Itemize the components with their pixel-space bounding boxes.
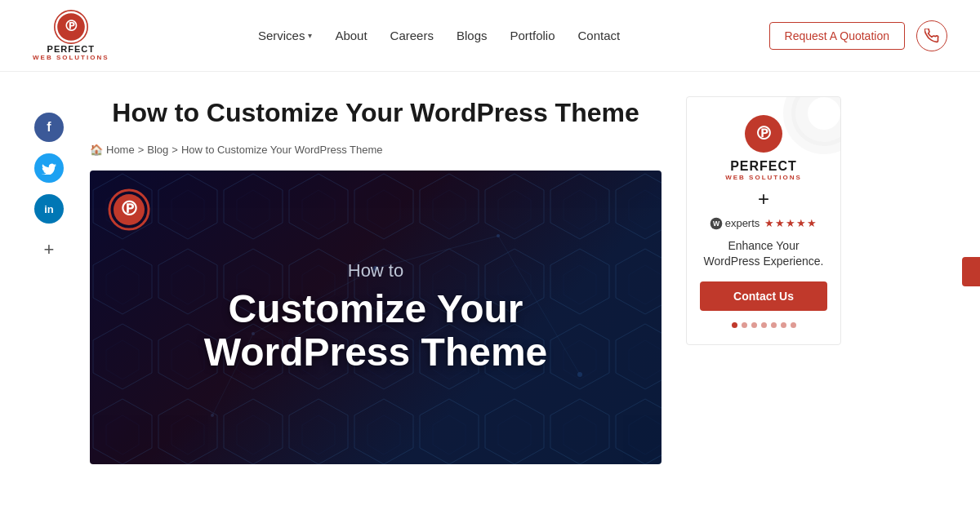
widget-brand-name: PERFECT <box>700 159 827 174</box>
experts-label: experts <box>725 217 760 229</box>
logo-sub: WEB SOLUTIONS <box>33 54 109 61</box>
rating-stars: ★★★★★ <box>764 217 817 229</box>
logo-name: PERFECT <box>47 44 95 54</box>
wp-experts-logo: W experts <box>710 217 760 230</box>
widget-plus: + <box>700 188 827 210</box>
nav-portfolio[interactable]: Portfolio <box>510 29 555 42</box>
home-icon: 🏠 <box>90 144 103 156</box>
svg-text:℗: ℗ <box>119 198 139 219</box>
hero-logo: ℗ <box>108 188 150 231</box>
linkedin-icon: in <box>44 203 54 215</box>
hero-text: How to Customize YourWordPress Theme <box>204 260 548 374</box>
nav-services[interactable]: Services ▾ <box>258 29 313 42</box>
widget-brand-sub: WEB SOLUTIONS <box>700 174 827 181</box>
sidebar-widget: ℗ PERFECT WEB SOLUTIONS + W experts ★★★★… <box>686 96 841 345</box>
twitter-share-button[interactable] <box>34 153 64 183</box>
decorative-circle-2 <box>783 96 841 154</box>
dot-1 <box>732 322 737 328</box>
dot-7 <box>791 322 796 328</box>
widget-carousel-dots <box>700 322 827 328</box>
nav-right: Request A Quotation <box>769 20 947 51</box>
contact-us-button[interactable]: Contact Us <box>700 281 827 311</box>
breadcrumb: 🏠 Home > Blog > How to Customize Your Wo… <box>90 144 662 156</box>
linkedin-share-button[interactable]: in <box>34 194 64 224</box>
more-share-button[interactable]: + <box>34 235 64 264</box>
site-header: ℗ PERFECT WEB SOLUTIONS Services ▾ About… <box>0 0 980 72</box>
breadcrumb-home[interactable]: Home <box>106 144 135 156</box>
dot-4 <box>761 322 767 328</box>
widget-logo: ℗ <box>743 113 784 154</box>
svg-text:W: W <box>713 219 720 228</box>
widget-description: Enhance Your WordPress Experience. <box>700 238 827 270</box>
article-area: How to Customize Your WordPress Theme 🏠 … <box>90 96 662 464</box>
schedule-appointment-tab[interactable]: Schedule Appointment <box>962 257 980 286</box>
nav-blogs[interactable]: Blogs <box>457 29 488 42</box>
main-nav: Services ▾ About Careers Blogs Portfolio… <box>258 29 620 42</box>
hero-image: ℗ How to Customize YourWordPress Theme <box>90 171 662 464</box>
chevron-down-icon: ▾ <box>308 31 312 40</box>
request-quotation-button[interactable]: Request A Quotation <box>769 22 905 50</box>
hero-title: Customize YourWordPress Theme <box>204 288 548 374</box>
breadcrumb-blog[interactable]: Blog <box>147 144 168 156</box>
nav-contact[interactable]: Contact <box>578 29 621 42</box>
nav-about[interactable]: About <box>335 29 367 42</box>
dot-5 <box>771 322 777 328</box>
nav-careers[interactable]: Careers <box>390 29 434 42</box>
logo[interactable]: ℗ PERFECT WEB SOLUTIONS <box>33 10 109 61</box>
phone-button[interactable] <box>916 20 947 51</box>
hero-subtitle: How to <box>204 260 548 281</box>
facebook-icon: f <box>47 120 51 135</box>
dot-6 <box>781 322 786 328</box>
dot-2 <box>742 322 747 328</box>
social-sidebar: f in + <box>33 96 65 464</box>
dot-3 <box>751 322 757 328</box>
main-content: f in + How to Customize Your WordPress T… <box>0 72 980 464</box>
facebook-share-button[interactable]: f <box>34 113 64 142</box>
page-title: How to Customize Your WordPress Theme <box>90 96 662 131</box>
plus-icon: + <box>44 239 55 260</box>
svg-text:℗: ℗ <box>64 18 78 34</box>
breadcrumb-current: How to Customize Your WordPress Theme <box>181 144 383 156</box>
svg-text:℗: ℗ <box>755 123 773 144</box>
widget-experts: W experts ★★★★★ <box>700 217 827 230</box>
